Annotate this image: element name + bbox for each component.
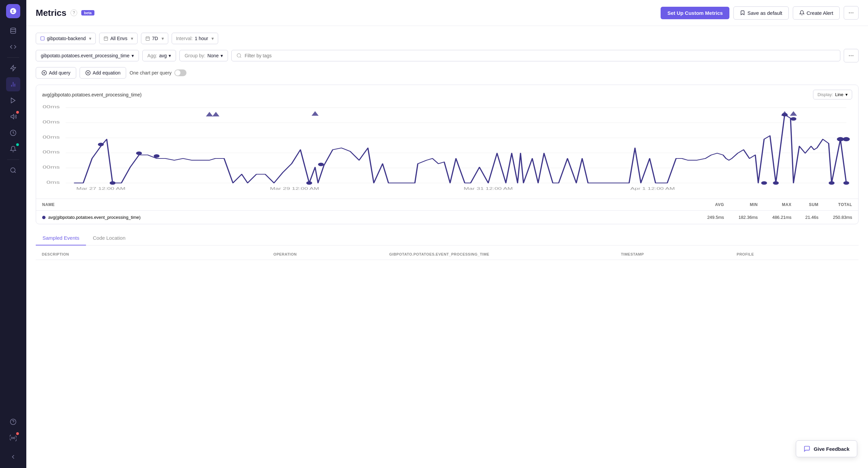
metric-selector[interactable]: gibpotato.potatoes.event_processing_time… [36, 50, 139, 61]
svg-line-8 [15, 172, 16, 173]
svg-point-9 [10, 419, 16, 425]
search-icon [236, 53, 242, 58]
svg-point-68 [782, 113, 787, 116]
svg-text:0ms: 0ms [47, 180, 60, 184]
svg-text:500ms: 500ms [42, 105, 60, 109]
agg-chevron-icon: ▾ [169, 53, 171, 58]
display-selector[interactable]: Display: Line ▾ [813, 90, 852, 99]
svg-rect-20 [146, 37, 150, 40]
more-options-button[interactable] [844, 6, 859, 20]
page-header: Metrics ? beta Set Up Custom Metrics Sav… [26, 0, 868, 26]
group-chevron-icon: ▾ [221, 53, 223, 58]
svg-point-57 [110, 181, 115, 184]
chart-header: avg(gibpotato.potatoes.event_processing_… [36, 85, 858, 104]
broadcast-notification-dot [16, 432, 19, 435]
page-title: Metrics [36, 8, 66, 18]
svg-point-28 [852, 55, 853, 56]
section-tabs: Sampled Events Code Location [36, 231, 859, 245]
bottom-table-header: DESCRIPTION OPERATION GIBPOTATO.POTATOES… [36, 249, 859, 260]
svg-rect-16 [104, 37, 108, 40]
sidebar-divider-2 [7, 159, 19, 160]
svg-marker-5 [11, 98, 15, 103]
agg-selector[interactable]: Agg: avg ▾ [142, 50, 176, 61]
bottom-table: DESCRIPTION OPERATION GIBPOTATO.POTATOES… [36, 249, 859, 260]
svg-point-58 [136, 151, 142, 155]
query-ellipsis-icon [848, 53, 854, 59]
project-chevron-icon: ▾ [89, 36, 91, 41]
svg-marker-51 [206, 112, 213, 117]
interval-filter[interactable]: Interval: 1 hour ▾ [172, 33, 219, 44]
tag-filter[interactable] [231, 50, 840, 61]
svg-marker-53 [312, 111, 319, 116]
env-chevron-icon: ▾ [131, 36, 133, 41]
query-more-options-button[interactable] [844, 49, 859, 62]
period-filter[interactable]: 7D ▾ [141, 33, 168, 44]
megaphone-notification-dot [16, 111, 19, 114]
sidebar-divider-1 [7, 57, 19, 58]
sidebar-item-bell[interactable] [6, 142, 20, 156]
sidebar-item-help[interactable] [6, 415, 20, 429]
svg-point-59 [154, 154, 160, 158]
filter-bar: gibpotato-backend ▾ All Envs ▾ 7D ▾ Inte… [36, 33, 859, 44]
tab-code-location[interactable]: Code Location [86, 231, 132, 245]
svg-point-12 [849, 12, 850, 13]
save-as-default-button[interactable]: Save as default [733, 6, 788, 20]
period-icon [145, 36, 150, 41]
svg-point-60 [306, 181, 312, 184]
main-content: Metrics ? beta Set Up Custom Metrics Sav… [26, 0, 868, 468]
chart-table-row: avg(gibpotato.potatoes.event_processing_… [36, 211, 858, 224]
bell-notification-dot [16, 143, 19, 146]
env-filter[interactable]: All Envs ▾ [99, 33, 138, 44]
series-color-dot [42, 216, 46, 219]
sidebar-item-clock[interactable] [6, 126, 20, 140]
sidebar-item-broadcast[interactable] [6, 431, 20, 445]
logo-button[interactable] [6, 4, 20, 18]
svg-point-26 [849, 55, 850, 56]
svg-text:Mar 27 12:00 AM: Mar 27 12:00 AM [76, 186, 125, 191]
svg-marker-52 [212, 112, 220, 117]
help-tooltip-button[interactable]: ? [70, 9, 77, 16]
chart-svg: 500ms 400ms 300ms 200ms 100ms 0ms Mar 27… [42, 104, 852, 195]
group-by-selector[interactable]: Group by: None ▾ [179, 50, 228, 61]
ellipsis-icon [848, 10, 854, 16]
content-area: gibpotato-backend ▾ All Envs ▾ 7D ▾ Inte… [26, 26, 868, 468]
setup-custom-metrics-button[interactable]: Set Up Custom Metrics [661, 7, 729, 19]
project-filter[interactable]: gibpotato-backend ▾ [36, 33, 96, 44]
chart-table-header: NAME AVG MIN MAX SUM TOTAL [36, 199, 858, 211]
tab-sampled-events[interactable]: Sampled Events [36, 231, 86, 245]
display-chevron-icon: ▾ [845, 92, 848, 97]
sidebar-item-chart[interactable] [6, 77, 20, 91]
svg-point-64 [829, 181, 834, 184]
svg-point-61 [318, 163, 324, 166]
sidebar-item-search[interactable] [6, 163, 20, 177]
metric-chevron-icon: ▾ [132, 53, 134, 58]
alert-icon [799, 10, 805, 16]
svg-point-24 [237, 54, 241, 57]
give-feedback-button[interactable]: Give Feedback [796, 440, 857, 457]
sidebar-item-db[interactable] [6, 24, 20, 38]
period-chevron-icon: ▾ [162, 36, 164, 41]
add-equation-button[interactable]: Add equation [80, 67, 126, 79]
bookmark-icon [740, 10, 745, 16]
chart-table: NAME AVG MIN MAX SUM TOTAL avg(gibpotato… [36, 199, 858, 224]
chart-area: 500ms 400ms 300ms 200ms 100ms 0ms Mar 27… [36, 104, 858, 199]
sidebar-item-play[interactable] [6, 93, 20, 108]
action-bar: Add query Add equation One chart per que… [36, 67, 859, 79]
sidebar-item-code[interactable] [6, 40, 20, 54]
svg-text:300ms: 300ms [42, 135, 60, 139]
project-icon [40, 36, 45, 41]
svg-point-0 [11, 28, 16, 30]
one-chart-toggle-label: One chart per query [129, 69, 186, 76]
sidebar-item-lightning[interactable] [6, 61, 20, 75]
sidebar-collapse-button[interactable] [6, 450, 20, 464]
series-name-cell: avg(gibpotato.potatoes.event_processing_… [42, 215, 690, 220]
svg-point-27 [851, 55, 852, 56]
one-chart-toggle[interactable] [174, 69, 186, 76]
feedback-icon [804, 445, 810, 452]
svg-point-67 [843, 181, 849, 184]
tag-filter-input[interactable] [244, 53, 835, 58]
add-query-button[interactable]: Add query [36, 67, 76, 79]
sidebar-item-megaphone[interactable] [6, 110, 20, 124]
create-alert-button[interactable]: Create Alert [793, 6, 840, 20]
svg-point-11 [12, 437, 13, 438]
